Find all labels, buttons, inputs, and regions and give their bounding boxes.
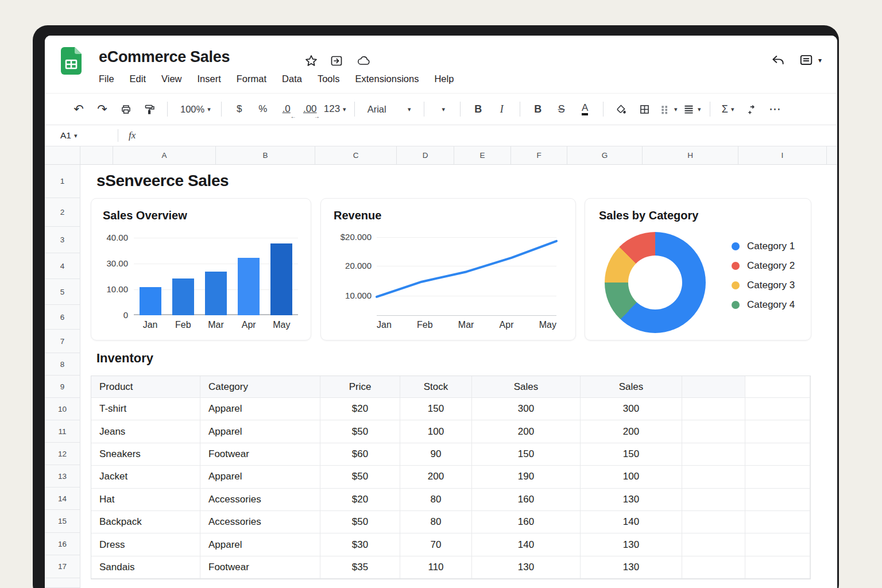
format-currency-button[interactable]: $ xyxy=(230,99,249,119)
table-cell[interactable]: 200 xyxy=(472,420,581,443)
row-header-11[interactable]: 11 xyxy=(45,420,80,443)
legend-item[interactable]: Category 3 xyxy=(732,279,795,291)
table-cell[interactable]: $20 xyxy=(320,489,400,511)
table-header-Product[interactable]: Product xyxy=(91,376,200,398)
table-cell[interactable]: T-shirt xyxy=(91,398,200,420)
history-undo-icon[interactable] xyxy=(771,53,786,68)
table-cell[interactable] xyxy=(682,556,745,579)
table-cell[interactable] xyxy=(682,466,745,488)
table-cell[interactable]: $60 xyxy=(320,443,400,466)
column-header-F[interactable]: F xyxy=(511,146,567,165)
print-button[interactable] xyxy=(116,99,136,119)
menu-tools[interactable]: Tools xyxy=(318,74,340,84)
row-header-2[interactable]: 2 xyxy=(45,198,80,227)
format-percent-button[interactable]: % xyxy=(253,99,273,119)
table-cell[interactable]: Jeans xyxy=(91,420,200,443)
table-cell[interactable]: 130 xyxy=(581,556,682,579)
number-format-button[interactable]: 123▾ xyxy=(324,99,346,119)
table-cell[interactable] xyxy=(745,443,810,466)
table-cell[interactable]: 190 xyxy=(472,466,581,488)
chevron-down-icon[interactable]: ▾ xyxy=(818,56,822,64)
table-cell[interactable] xyxy=(682,398,745,420)
table-cell[interactable] xyxy=(682,420,745,443)
insert-rows-button[interactable] xyxy=(742,99,761,119)
table-cell[interactable]: $20 xyxy=(320,398,400,420)
font-size-select[interactable]: ▾ xyxy=(432,99,452,119)
table-cell[interactable]: 150 xyxy=(400,398,472,420)
table-cell[interactable]: Footwear xyxy=(200,443,320,466)
column-header-A[interactable]: A xyxy=(113,146,216,165)
sheet-title-cell[interactable]: sSenveerce Sales xyxy=(96,172,229,190)
table-header-Price[interactable]: Price xyxy=(320,376,400,398)
table-cell[interactable]: 130 xyxy=(581,489,682,511)
column-header-C[interactable]: C xyxy=(315,146,397,165)
bold-button-2[interactable]: B xyxy=(528,99,548,119)
font-family-select[interactable]: Arial▾ xyxy=(363,99,416,119)
table-cell[interactable] xyxy=(745,466,810,488)
table-cell[interactable]: Apparel xyxy=(200,420,320,443)
sales-overview-chart[interactable]: Sales Overview JanFebMarAprMay 40.0030.0… xyxy=(91,198,311,341)
table-cell[interactable]: 100 xyxy=(581,466,682,488)
row-header-6[interactable]: 6 xyxy=(45,305,80,330)
row-header-10[interactable]: 10 xyxy=(45,398,80,420)
row-header-5[interactable]: 5 xyxy=(45,279,80,305)
table-cell[interactable]: 160 xyxy=(472,489,581,511)
row-header-1[interactable]: 1 xyxy=(45,165,80,198)
table-cell[interactable]: 80 xyxy=(400,511,472,533)
table-cell[interactable]: 140 xyxy=(581,511,682,533)
table-cell[interactable]: Jacket xyxy=(91,466,200,488)
column-header-blank[interactable] xyxy=(80,146,113,165)
row-header-12[interactable]: 12 xyxy=(45,443,80,465)
table-cell[interactable] xyxy=(745,489,810,511)
table-cell[interactable]: 90 xyxy=(400,443,472,466)
table-cell[interactable]: Accessories xyxy=(200,489,320,511)
table-cell[interactable]: 150 xyxy=(581,443,682,466)
fill-color-button[interactable] xyxy=(612,99,631,119)
formula-input[interactable] xyxy=(136,125,837,146)
zoom-select[interactable]: 100%▾ xyxy=(176,99,213,119)
table-cell[interactable]: 200 xyxy=(400,466,472,488)
star-icon[interactable] xyxy=(304,54,318,68)
document-title[interactable]: eCommerce Sales xyxy=(99,48,230,66)
legend-item[interactable]: Category 1 xyxy=(732,240,795,252)
paint-format-button[interactable] xyxy=(140,99,159,119)
increase-decimal-button[interactable]: .00→ xyxy=(300,99,320,119)
table-cell[interactable] xyxy=(682,533,745,556)
text-color-button[interactable]: A xyxy=(575,99,595,119)
column-header-B[interactable]: B xyxy=(216,146,315,165)
move-folder-icon[interactable] xyxy=(330,54,343,68)
row-header-13[interactable]: 13 xyxy=(45,465,80,488)
table-cell[interactable]: Dress xyxy=(91,533,200,556)
table-cell[interactable]: Hat xyxy=(91,489,200,511)
table-header-blank[interactable] xyxy=(745,376,810,398)
table-header-Stock[interactable]: Stock xyxy=(400,376,472,398)
menu-data[interactable]: Data xyxy=(282,74,302,84)
menu-file[interactable]: File xyxy=(99,74,114,84)
column-header-H[interactable]: H xyxy=(643,146,738,165)
row-header-14[interactable]: 14 xyxy=(45,488,80,510)
cell-name-box[interactable]: A1▾ xyxy=(45,130,118,141)
menu-edit[interactable]: Edit xyxy=(130,74,146,84)
bold-button[interactable]: B xyxy=(469,99,488,119)
table-cell[interactable] xyxy=(745,420,810,443)
italic-button[interactable]: I xyxy=(492,99,512,119)
row-header-7[interactable]: 7 xyxy=(45,330,80,353)
select-all-corner[interactable] xyxy=(45,146,80,165)
table-cell[interactable]: 110 xyxy=(400,556,472,579)
table-header-Category[interactable]: Category xyxy=(200,376,320,398)
row-header-17[interactable]: 17 xyxy=(45,555,80,578)
column-header-G[interactable]: G xyxy=(567,146,643,165)
menu-view[interactable]: View xyxy=(161,74,181,84)
table-cell[interactable]: 160 xyxy=(472,511,581,533)
table-cell[interactable]: $30 xyxy=(320,533,400,556)
horizontal-align-button[interactable]: ▾ xyxy=(682,99,702,119)
table-cell[interactable]: 300 xyxy=(472,398,581,420)
column-header-I[interactable]: I xyxy=(738,146,827,165)
table-cell[interactable]: Accessories xyxy=(200,511,320,533)
table-header-Sales[interactable]: Sales xyxy=(472,376,581,398)
undo-button[interactable]: ↶ xyxy=(69,99,88,119)
table-cell[interactable]: Apparel xyxy=(200,398,320,420)
column-header-D[interactable]: D xyxy=(397,146,454,165)
table-cell[interactable]: 80 xyxy=(400,489,472,511)
inventory-heading[interactable]: Inventory xyxy=(96,351,153,366)
